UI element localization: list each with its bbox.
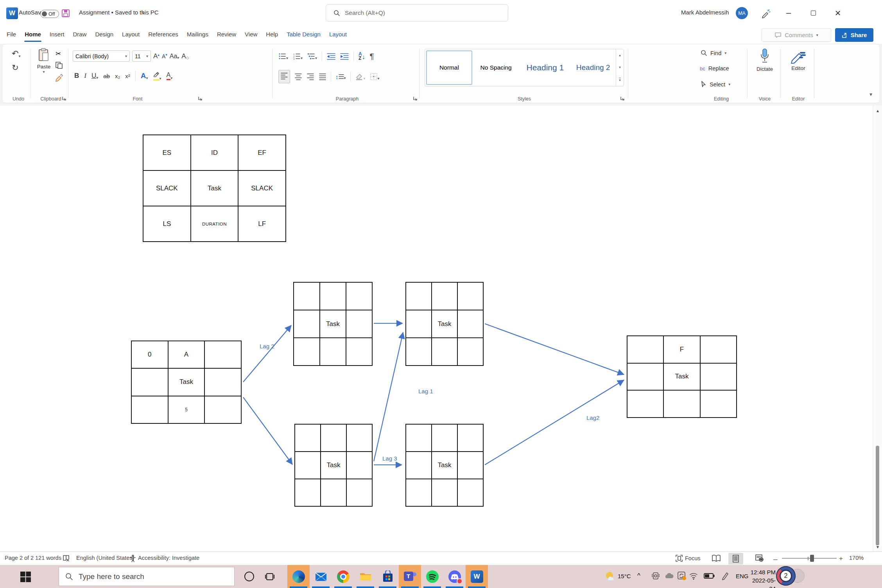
tab-draw[interactable]: Draw [68,26,91,44]
print-layout-button[interactable] [728,553,743,565]
wifi-icon[interactable] [689,571,698,581]
node-cell[interactable] [457,310,483,338]
node-cell[interactable] [627,363,663,391]
taskbar-search-input[interactable]: Type here to search [59,567,235,586]
bullets-button[interactable]: ▾ [278,52,288,60]
node-cell[interactable] [346,424,372,452]
document-title[interactable]: Assignment • Saved to this PC [79,9,159,16]
styles-scroll-down[interactable]: ▾ [619,65,621,69]
style-no-spacing[interactable]: No Spacing [472,50,520,85]
undo-button[interactable]: ↶ ▾ [12,49,21,58]
document-canvas[interactable]: ES ID EF SLACK Task SLACK LS DURATION LF… [0,103,882,551]
lag2-top-label[interactable]: Lag 2 [260,343,274,350]
node-cell[interactable] [294,282,320,310]
node-f-table[interactable]: F Task [627,335,737,418]
tab-design[interactable]: Design [91,26,118,44]
camera-tray-icon[interactable] [651,571,660,581]
node-cell[interactable] [294,310,320,338]
share-button[interactable]: Share [835,28,873,42]
clear-formatting-button[interactable]: A ◇ [181,52,189,60]
font-dialog-launcher[interactable] [198,96,203,101]
zoom-out-button[interactable]: – [773,555,778,563]
avatar[interactable]: MA [736,7,748,19]
task-view-button[interactable] [265,572,274,581]
tab-view[interactable]: View [240,26,262,44]
lag1-label[interactable]: Lag 1 [418,388,433,394]
zoom-slider-thumb[interactable] [810,555,814,562]
battery-icon[interactable] [704,571,715,581]
node-cell[interactable] [457,282,483,310]
grow-font-button[interactable]: A ▴ [153,52,160,60]
web-layout-button[interactable] [755,554,764,562]
cortana-button[interactable] [244,572,254,581]
italic-button[interactable]: I [84,72,86,80]
node-cell[interactable] [432,338,457,366]
lag3-label[interactable]: Lag 3 [382,455,397,462]
node-cell[interactable] [346,282,372,310]
node-cell[interactable] [295,424,321,452]
find-button[interactable]: Find ▾ [701,50,726,56]
shrink-font-button[interactable]: A ▾ [162,53,167,59]
close-button[interactable]: × [830,5,845,20]
styles-more-button[interactable]: ▾ [619,78,621,82]
node-cell[interactable] [457,452,483,479]
node-f-id[interactable]: F [663,336,700,363]
node-cell[interactable] [457,479,483,506]
node-a-id[interactable]: A [168,341,205,368]
node-c-table[interactable]: Task [405,282,484,366]
format-painter-button[interactable] [55,74,63,82]
ribbon-options-icon[interactable] [760,9,771,19]
node-cell[interactable] [204,341,241,368]
restore-button[interactable] [806,5,821,20]
style-heading-2[interactable]: Heading 2 [570,50,616,85]
tab-home[interactable]: Home [20,26,45,44]
temperature[interactable]: 15°C [618,573,631,579]
underline-button[interactable]: U ▾ [91,72,98,80]
shading-button[interactable]: ▾ [355,73,366,81]
increase-indent-button[interactable] [340,52,349,60]
tab-mailings[interactable]: Mailings [183,26,213,44]
tab-references[interactable]: References [144,26,183,44]
scroll-up-arrow[interactable]: ▴ [873,108,882,113]
editor-button[interactable]: Editor [783,49,814,71]
decrease-indent-button[interactable] [327,52,335,60]
node-cell[interactable] [432,424,457,452]
node-cell[interactable] [700,390,737,418]
paste-button[interactable]: Paste ▾ [35,48,52,74]
node-d-task[interactable]: Task [321,452,346,479]
borders-button[interactable]: ▾ [370,73,380,81]
minimize-button[interactable]: – [781,5,796,20]
justify-button[interactable] [319,73,326,81]
start-button[interactable] [20,572,31,582]
replace-button[interactable]: bc Replace [700,65,729,72]
vertical-scrollbar[interactable]: ▴ ▾ [873,106,882,554]
node-cell[interactable] [204,396,241,423]
word-app-icon[interactable]: W [6,7,18,19]
node-cell[interactable] [131,396,168,423]
pen-tray-icon[interactable] [721,571,729,581]
onedrive-icon[interactable] [664,571,674,581]
font-color-button[interactable]: A ▾ [167,72,173,80]
tab-layout-contextual[interactable]: Layout [325,26,351,44]
font-name-select[interactable]: Calibri (Body) ▾ [73,50,130,62]
redo-button[interactable]: ↻ [12,63,19,72]
node-c-task[interactable]: Task [432,310,457,338]
language-indicator[interactable]: English (United States) [76,555,134,561]
clock[interactable]: 12:48 PM 2022-05-24 [749,568,776,588]
node-e-task[interactable]: Task [432,452,457,479]
node-a-es[interactable]: 0 [131,341,168,368]
node-cell[interactable] [131,368,168,396]
style-heading-1[interactable]: Heading 1 [520,50,571,85]
text-effects-button[interactable]: A ▾ [141,72,148,80]
bold-button[interactable]: B [74,72,79,80]
align-center-button[interactable] [294,73,302,81]
node-cell[interactable] [346,338,372,366]
taskbar-explorer-button[interactable] [354,565,376,588]
select-button[interactable]: Select ▾ [701,81,730,88]
node-cell[interactable] [320,282,346,310]
taskbar-edge-button[interactable] [287,565,310,588]
node-cell[interactable] [346,310,372,338]
node-cell[interactable] [295,479,321,506]
node-cell[interactable] [432,479,457,506]
node-a-duration[interactable]: 5 [168,396,205,423]
